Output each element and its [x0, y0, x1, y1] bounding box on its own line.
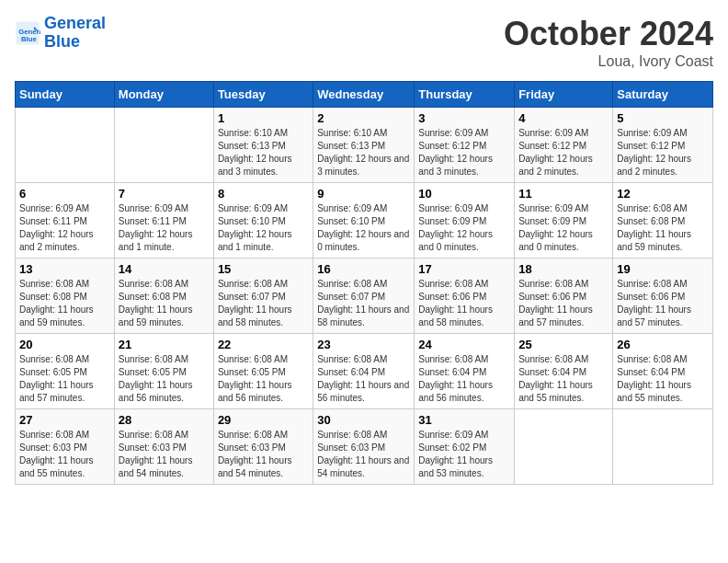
day-number: 15 — [218, 262, 309, 276]
day-number: 26 — [617, 338, 709, 351]
day-number: 24 — [418, 338, 510, 351]
day-info: Sunrise: 6:09 AM Sunset: 6:02 PM Dayligh… — [418, 429, 510, 480]
day-number: 7 — [119, 187, 210, 201]
calendar-day-cell: 6Sunrise: 6:09 AM Sunset: 6:11 PM Daylig… — [16, 183, 115, 259]
day-number: 12 — [617, 187, 709, 201]
day-info: Sunrise: 6:09 AM Sunset: 6:11 PM Dayligh… — [119, 202, 210, 254]
day-info: Sunrise: 6:08 AM Sunset: 6:03 PM Dayligh… — [19, 429, 110, 480]
day-info: Sunrise: 6:09 AM Sunset: 6:09 PM Dayligh… — [518, 202, 609, 254]
day-number: 17 — [418, 262, 510, 276]
day-info: Sunrise: 6:08 AM Sunset: 6:06 PM Dayligh… — [518, 278, 609, 329]
calendar-day-cell: 25Sunrise: 6:08 AM Sunset: 6:04 PM Dayli… — [515, 334, 613, 409]
calendar-day-cell: 22Sunrise: 6:08 AM Sunset: 6:05 PM Dayli… — [213, 334, 313, 409]
day-info: Sunrise: 6:08 AM Sunset: 6:07 PM Dayligh… — [317, 278, 410, 329]
calendar-day-cell: 23Sunrise: 6:08 AM Sunset: 6:04 PM Dayli… — [313, 334, 415, 409]
day-number: 23 — [317, 338, 410, 351]
day-number: 10 — [418, 187, 510, 201]
title-area: October 2024 Loua, Ivory Coast — [504, 15, 713, 70]
day-number: 19 — [617, 262, 709, 276]
logo-line1: General — [44, 14, 106, 32]
logo-icon: General Blue — [15, 20, 40, 46]
calendar-day-cell: 27Sunrise: 6:08 AM Sunset: 6:03 PM Dayli… — [16, 409, 115, 485]
weekday-header-friday: Friday — [515, 82, 613, 108]
calendar-day-cell: 28Sunrise: 6:08 AM Sunset: 6:03 PM Dayli… — [114, 409, 213, 485]
calendar-day-cell: 24Sunrise: 6:08 AM Sunset: 6:04 PM Dayli… — [415, 334, 515, 409]
calendar-day-cell — [16, 108, 115, 183]
day-info: Sunrise: 6:09 AM Sunset: 6:12 PM Dayligh… — [518, 127, 609, 178]
day-info: Sunrise: 6:08 AM Sunset: 6:03 PM Dayligh… — [119, 429, 210, 480]
weekday-header-tuesday: Tuesday — [213, 82, 313, 108]
day-info: Sunrise: 6:09 AM Sunset: 6:10 PM Dayligh… — [218, 202, 309, 254]
day-number: 9 — [317, 187, 410, 201]
month-title: October 2024 — [504, 15, 713, 53]
day-number: 11 — [518, 187, 609, 201]
calendar-day-cell: 13Sunrise: 6:08 AM Sunset: 6:08 PM Dayli… — [16, 259, 115, 334]
day-info: Sunrise: 6:08 AM Sunset: 6:06 PM Dayligh… — [418, 278, 510, 329]
logo-line2: Blue — [44, 32, 80, 51]
day-info: Sunrise: 6:08 AM Sunset: 6:05 PM Dayligh… — [19, 353, 110, 405]
calendar-day-cell: 7Sunrise: 6:09 AM Sunset: 6:11 PM Daylig… — [114, 183, 213, 259]
weekday-header-wednesday: Wednesday — [313, 82, 415, 108]
day-info: Sunrise: 6:09 AM Sunset: 6:09 PM Dayligh… — [418, 202, 510, 254]
calendar-day-cell: 18Sunrise: 6:08 AM Sunset: 6:06 PM Dayli… — [515, 259, 613, 334]
weekday-header-thursday: Thursday — [415, 82, 515, 108]
day-info: Sunrise: 6:08 AM Sunset: 6:07 PM Dayligh… — [218, 278, 309, 329]
calendar-day-cell: 10Sunrise: 6:09 AM Sunset: 6:09 PM Dayli… — [415, 183, 515, 259]
calendar-week-row: 6Sunrise: 6:09 AM Sunset: 6:11 PM Daylig… — [16, 183, 713, 259]
day-number: 28 — [119, 413, 210, 427]
day-info: Sunrise: 6:09 AM Sunset: 6:12 PM Dayligh… — [617, 127, 709, 178]
weekday-header-row: SundayMondayTuesdayWednesdayThursdayFrid… — [16, 82, 713, 108]
calendar-day-cell: 26Sunrise: 6:08 AM Sunset: 6:04 PM Dayli… — [613, 334, 713, 409]
day-number: 18 — [518, 262, 609, 276]
day-number: 25 — [518, 338, 609, 351]
day-info: Sunrise: 6:08 AM Sunset: 6:08 PM Dayligh… — [617, 202, 709, 254]
calendar-day-cell: 5Sunrise: 6:09 AM Sunset: 6:12 PM Daylig… — [613, 108, 713, 183]
day-number: 8 — [218, 187, 309, 201]
day-number: 21 — [119, 338, 210, 351]
day-number: 20 — [19, 338, 110, 351]
weekday-header-saturday: Saturday — [613, 82, 713, 108]
day-info: Sunrise: 6:08 AM Sunset: 6:05 PM Dayligh… — [119, 353, 210, 405]
calendar-day-cell: 30Sunrise: 6:08 AM Sunset: 6:03 PM Dayli… — [313, 409, 415, 485]
calendar-day-cell: 2Sunrise: 6:10 AM Sunset: 6:13 PM Daylig… — [313, 108, 415, 183]
calendar-day-cell: 1Sunrise: 6:10 AM Sunset: 6:13 PM Daylig… — [213, 108, 313, 183]
calendar-day-cell: 16Sunrise: 6:08 AM Sunset: 6:07 PM Dayli… — [313, 259, 415, 334]
day-info: Sunrise: 6:08 AM Sunset: 6:04 PM Dayligh… — [317, 353, 410, 405]
day-info: Sunrise: 6:08 AM Sunset: 6:03 PM Dayligh… — [218, 429, 309, 480]
calendar-day-cell: 29Sunrise: 6:08 AM Sunset: 6:03 PM Dayli… — [213, 409, 313, 485]
day-number: 13 — [19, 262, 110, 276]
calendar-week-row: 20Sunrise: 6:08 AM Sunset: 6:05 PM Dayli… — [16, 334, 713, 409]
day-number: 6 — [19, 187, 110, 201]
calendar-day-cell: 31Sunrise: 6:09 AM Sunset: 6:02 PM Dayli… — [415, 409, 515, 485]
calendar-day-cell: 11Sunrise: 6:09 AM Sunset: 6:09 PM Dayli… — [515, 183, 613, 259]
calendar-day-cell — [114, 108, 213, 183]
day-number: 4 — [518, 111, 609, 125]
day-number: 31 — [418, 413, 510, 427]
day-info: Sunrise: 6:08 AM Sunset: 6:06 PM Dayligh… — [617, 278, 709, 329]
day-info: Sunrise: 6:08 AM Sunset: 6:04 PM Dayligh… — [617, 353, 709, 405]
calendar-day-cell: 21Sunrise: 6:08 AM Sunset: 6:05 PM Dayli… — [114, 334, 213, 409]
day-info: Sunrise: 6:09 AM Sunset: 6:12 PM Dayligh… — [418, 127, 510, 178]
svg-text:Blue: Blue — [21, 35, 37, 43]
day-number: 1 — [218, 111, 309, 125]
day-info: Sunrise: 6:08 AM Sunset: 6:04 PM Dayligh… — [518, 353, 609, 405]
logo: General Blue General Blue — [15, 15, 106, 52]
calendar-day-cell: 15Sunrise: 6:08 AM Sunset: 6:07 PM Dayli… — [213, 259, 313, 334]
day-number: 30 — [317, 413, 410, 427]
day-info: Sunrise: 6:08 AM Sunset: 6:04 PM Dayligh… — [418, 353, 510, 405]
day-number: 29 — [218, 413, 309, 427]
calendar-day-cell: 19Sunrise: 6:08 AM Sunset: 6:06 PM Dayli… — [613, 259, 713, 334]
day-number: 2 — [317, 111, 410, 125]
calendar-week-row: 1Sunrise: 6:10 AM Sunset: 6:13 PM Daylig… — [16, 108, 713, 183]
day-number: 22 — [218, 338, 309, 351]
day-number: 16 — [317, 262, 410, 276]
day-info: Sunrise: 6:09 AM Sunset: 6:11 PM Dayligh… — [19, 202, 110, 254]
calendar-day-cell: 14Sunrise: 6:08 AM Sunset: 6:08 PM Dayli… — [114, 259, 213, 334]
day-info: Sunrise: 6:08 AM Sunset: 6:08 PM Dayligh… — [119, 278, 210, 329]
location-subtitle: Loua, Ivory Coast — [504, 53, 713, 70]
day-info: Sunrise: 6:08 AM Sunset: 6:05 PM Dayligh… — [218, 353, 309, 405]
day-info: Sunrise: 6:10 AM Sunset: 6:13 PM Dayligh… — [317, 127, 410, 178]
calendar-day-cell: 20Sunrise: 6:08 AM Sunset: 6:05 PM Dayli… — [16, 334, 115, 409]
day-number: 14 — [119, 262, 210, 276]
calendar-week-row: 13Sunrise: 6:08 AM Sunset: 6:08 PM Dayli… — [16, 259, 713, 334]
